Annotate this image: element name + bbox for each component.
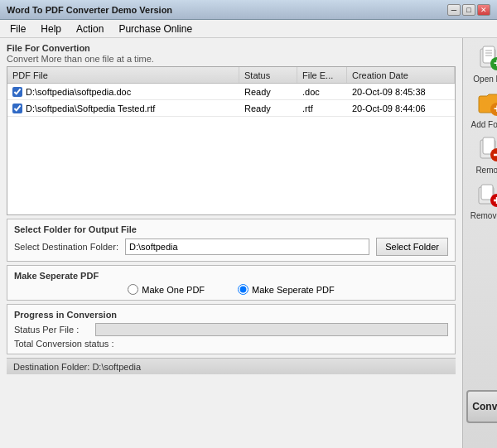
svg-text:+: + bbox=[494, 102, 497, 115]
remove-all-icon bbox=[476, 180, 497, 210]
destination-input[interactable] bbox=[125, 238, 369, 255]
add-folder-svg: + bbox=[477, 89, 497, 118]
radio-separate-pdf[interactable] bbox=[238, 284, 248, 295]
table-row: D:\softpedia\Softpedia Tested.rtf Ready … bbox=[7, 100, 455, 117]
radio-option-separate[interactable]: Make Seperate PDF bbox=[238, 284, 335, 295]
right-panel: + Open File + Add Folder bbox=[462, 38, 497, 448]
file-table: PDF File Status File E... Creation Date … bbox=[7, 66, 456, 215]
row2-date: 20-Oct-09 8:44:06 bbox=[347, 100, 455, 116]
open-file-label: Open File bbox=[473, 75, 497, 84]
menu-file[interactable]: File bbox=[3, 22, 32, 36]
remove-all-button[interactable]: Remove All bbox=[466, 180, 497, 220]
remove-button[interactable]: Remove bbox=[466, 134, 497, 175]
radio-group: Make One PDF Make Seperate PDF bbox=[14, 284, 448, 295]
progress-row: Status Per File : bbox=[14, 323, 448, 336]
pdf-options-section: Make Seperate PDF Make One PDF Make Sepe… bbox=[7, 265, 456, 301]
open-file-svg: + bbox=[477, 44, 497, 72]
radio-option-one[interactable]: Make One PDF bbox=[128, 284, 205, 295]
remove-all-label: Remove All bbox=[470, 211, 497, 220]
total-status: Total Conversion status : bbox=[14, 339, 448, 349]
row2-filename: D:\softpedia\Softpedia Tested.rtf bbox=[26, 104, 155, 113]
table-header: PDF File Status File E... Creation Date bbox=[7, 67, 455, 84]
svg-text:+: + bbox=[494, 56, 497, 70]
open-file-icon: + bbox=[476, 43, 497, 73]
close-button[interactable]: ✕ bbox=[477, 4, 490, 16]
radio-one-label: Make One PDF bbox=[142, 285, 205, 295]
menu-action[interactable]: Action bbox=[70, 22, 110, 36]
left-content: File For Convertion Convert More than on… bbox=[0, 38, 462, 448]
main-layout: File For Convertion Convert More than on… bbox=[0, 38, 497, 448]
minimize-button[interactable]: ─ bbox=[447, 4, 461, 16]
folder-section-label: Select Folder for Output File bbox=[14, 224, 448, 234]
svg-rect-14 bbox=[481, 185, 493, 200]
file-section-desc: Convert More than one file at a time. bbox=[7, 54, 456, 64]
status-bar: Destination Folder: D:\softpedia bbox=[7, 358, 456, 374]
radio-separate-label: Make Seperate PDF bbox=[252, 285, 335, 295]
file-section: File For Convertion Convert More than on… bbox=[7, 43, 456, 215]
progress-bar-container bbox=[95, 323, 448, 336]
select-folder-button[interactable]: Select Folder bbox=[376, 238, 448, 256]
status-text: Destination Folder: D:\softpedia bbox=[13, 362, 141, 372]
row2-status: Ready bbox=[239, 100, 297, 116]
row1-filename: D:\softpedia\softpedia.doc bbox=[26, 87, 131, 97]
table-row: D:\softpedia\softpedia.doc Ready .doc 20… bbox=[7, 84, 455, 100]
menu-help[interactable]: Help bbox=[34, 22, 68, 36]
open-file-button[interactable]: + Open File bbox=[466, 43, 497, 84]
cell-file-1: D:\softpedia\softpedia.doc bbox=[7, 84, 239, 99]
folder-row: Select Destination Folder: Select Folder bbox=[14, 238, 448, 256]
row2-ext: .rtf bbox=[297, 100, 347, 116]
col-header-status: Status bbox=[239, 67, 297, 83]
dest-label: Select Destination Folder: bbox=[14, 242, 118, 252]
col-header-file: PDF File bbox=[7, 67, 239, 83]
convert-button[interactable]: Convert bbox=[466, 390, 497, 423]
col-header-ext: File E... bbox=[297, 67, 347, 83]
maximize-button[interactable]: □ bbox=[462, 4, 475, 16]
remove-svg bbox=[477, 135, 497, 163]
title-bar: Word To PDF Converter Demo Version ─ □ ✕ bbox=[0, 0, 497, 20]
progress-section: Progress in Conversion Status Per File :… bbox=[7, 304, 456, 354]
progress-section-label: Progress in Conversion bbox=[14, 310, 448, 320]
row2-checkbox[interactable] bbox=[12, 104, 22, 113]
col-header-date: Creation Date bbox=[347, 67, 455, 83]
row1-date: 20-Oct-09 8:45:38 bbox=[347, 84, 455, 99]
row1-ext: .doc bbox=[297, 84, 347, 99]
cell-file-2: D:\softpedia\Softpedia Tested.rtf bbox=[7, 100, 239, 116]
file-section-label: File For Convertion bbox=[7, 43, 456, 53]
remove-icon bbox=[476, 134, 497, 164]
menu-purchase[interactable]: Purchase Online bbox=[112, 22, 199, 36]
row1-status: Ready bbox=[239, 84, 297, 99]
add-folder-icon: + bbox=[476, 89, 497, 118]
add-folder-button[interactable]: + Add Folder bbox=[466, 89, 497, 129]
add-folder-label: Add Folder bbox=[471, 120, 497, 129]
pdf-section-label: Make Seperate PDF bbox=[14, 271, 448, 281]
remove-label: Remove bbox=[475, 166, 497, 175]
row1-checkbox[interactable] bbox=[12, 87, 22, 97]
window-controls: ─ □ ✕ bbox=[447, 4, 490, 16]
menu-bar: File Help Action Purchase Online bbox=[0, 20, 497, 38]
folder-section: Select Folder for Output File Select Des… bbox=[7, 219, 456, 262]
status-per-file-label: Status Per File : bbox=[14, 325, 89, 335]
remove-all-svg bbox=[477, 181, 497, 209]
window-title: Word To PDF Converter Demo Version bbox=[7, 5, 172, 15]
radio-one-pdf[interactable] bbox=[128, 284, 138, 295]
